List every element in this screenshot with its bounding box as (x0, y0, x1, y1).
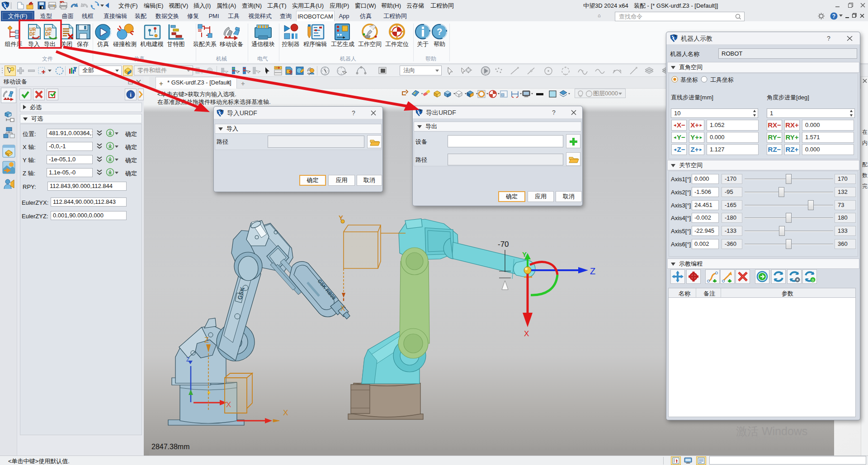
svg-text:DF: DF (45, 32, 51, 37)
svg-text:?: ? (832, 13, 835, 19)
svg-text:i: i (130, 91, 132, 98)
svg-text:X: X (524, 329, 529, 338)
svg-text:Y: Y (522, 250, 527, 258)
svg-text:Z: Z (590, 266, 595, 276)
svg-text:Z: Z (204, 336, 209, 344)
svg-text:0: 0 (811, 278, 814, 282)
svg-text:X: X (340, 305, 345, 312)
svg-text:Z: Z (186, 357, 189, 363)
svg-text:DF: DF (29, 32, 35, 37)
svg-text:X: X (283, 409, 288, 417)
svg-text:?: ? (437, 27, 442, 37)
